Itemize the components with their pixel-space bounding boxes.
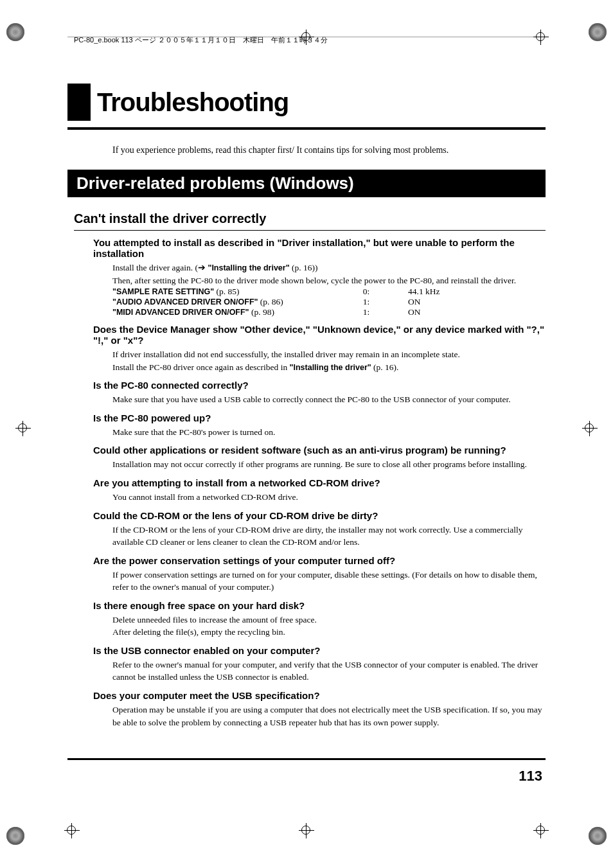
setting-label: "MIDI ADVANCED DRIVER ON/OFF" (112, 308, 249, 317)
title-black-box (67, 84, 91, 121)
question-heading: Are you attempting to install from a net… (93, 477, 546, 488)
registration-mark-icon (299, 823, 314, 838)
subsection-heading: Can't install the driver correctly (74, 211, 546, 226)
body-text: If the CD-ROM or the lens of your CD-ROM… (112, 524, 546, 549)
chapter-rule (67, 127, 546, 130)
crop-ornament-icon (589, 827, 607, 845)
body-text: Make sure that you have used a USB cable… (112, 393, 546, 406)
body-text: Then, after setting the PC-80 to the dri… (112, 274, 546, 287)
setting-col2: 1: (324, 297, 408, 307)
setting-label: "AUDIO ADVANCED DRIVER ON/OFF" (112, 297, 258, 306)
body-pre: Install the driver again. (➔ (112, 263, 208, 272)
question-heading: Is the PC-80 connected correctly? (93, 380, 546, 391)
setting-ref: (p. 85) (214, 287, 239, 296)
body-text: Make sure that the PC-80's power is turn… (112, 426, 546, 439)
question-heading: Is the USB connector enabled on your com… (93, 645, 546, 656)
registration-mark-icon (533, 823, 549, 838)
question-heading: Does your computer meet the USB specific… (93, 690, 546, 701)
body-text: Delete unneeded files to increase the am… (112, 614, 546, 626)
setting-col2: 1: (324, 307, 408, 317)
setting-col3: ON (408, 307, 472, 317)
setting-ref: (p. 86) (258, 297, 283, 306)
question-heading: Could the CD-ROM or the lens of your CD-… (93, 510, 546, 521)
body-text: After deleting the file(s), empty the re… (112, 626, 546, 639)
setting-label: "SAMPLE RATE SETTING" (112, 287, 214, 296)
section-banner: Driver-related problems (Windows) (67, 170, 546, 197)
subsection-rule (74, 230, 546, 231)
body-text: Install the driver again. (➔ "Installing… (112, 261, 546, 274)
body-post: (p. 16)) (290, 263, 318, 272)
body-text: Installation may not occur correctly if … (112, 458, 546, 471)
body-text: You cannot install from a networked CD-R… (112, 491, 546, 504)
footer-rule (67, 758, 546, 760)
registration-mark-icon (582, 421, 598, 436)
chapter-title: Troubleshooting (97, 88, 289, 117)
body-post: (p. 16). (371, 362, 399, 372)
body-text: Operation may be unstable if you are usi… (112, 704, 546, 729)
registration-mark-icon (15, 421, 31, 436)
crop-ornament-icon (6, 827, 24, 845)
question-heading: Are the power conservation settings of y… (93, 555, 546, 566)
page-content: PC-80_e.book 113 ページ ２００５年１１月１０日 木曜日 午前１… (61, 32, 552, 817)
body-text: If power conservation settings are turne… (112, 569, 546, 594)
question-heading: Does the Device Manager show "Other devi… (93, 324, 546, 346)
registration-mark-icon (64, 823, 80, 838)
question-heading: Is the PC-80 powered up? (93, 412, 546, 423)
body-pre: Install the PC-80 driver once again as d… (112, 362, 290, 372)
bold-ref: "Installing the driver" (208, 263, 289, 272)
book-meta-line: PC-80_e.book 113 ページ ２００５年１１月１０日 木曜日 午前１… (74, 35, 546, 45)
setting-row: "AUDIO ADVANCED DRIVER ON/OFF" (p. 86) 1… (112, 297, 546, 307)
bold-ref: "Installing the driver" (290, 363, 371, 372)
body-text: Refer to the owner's manual for your com… (112, 659, 546, 684)
setting-col2: 0: (324, 287, 408, 297)
page-number: 113 (519, 768, 542, 784)
body-text: Install the PC-80 driver once again as d… (112, 361, 546, 374)
setting-ref: (p. 98) (249, 307, 274, 317)
setting-row: "SAMPLE RATE SETTING" (p. 85) 0: 44.1 kH… (112, 287, 546, 297)
question-heading: You attempted to install as described in… (93, 237, 546, 259)
intro-text: If you experience problems, read this ch… (112, 145, 546, 155)
setting-row: "MIDI ADVANCED DRIVER ON/OFF" (p. 98) 1:… (112, 307, 546, 317)
crop-ornament-icon (6, 23, 24, 41)
chapter-title-block: Troubleshooting (67, 84, 546, 121)
question-heading: Is there enough free space on your hard … (93, 600, 546, 611)
crop-ornament-icon (589, 23, 607, 41)
setting-col3: ON (408, 297, 472, 307)
body-text: If driver installation did not end succe… (112, 348, 546, 361)
setting-col3: 44.1 kHz (408, 287, 472, 297)
question-heading: Could other applications or resident sof… (93, 445, 546, 456)
